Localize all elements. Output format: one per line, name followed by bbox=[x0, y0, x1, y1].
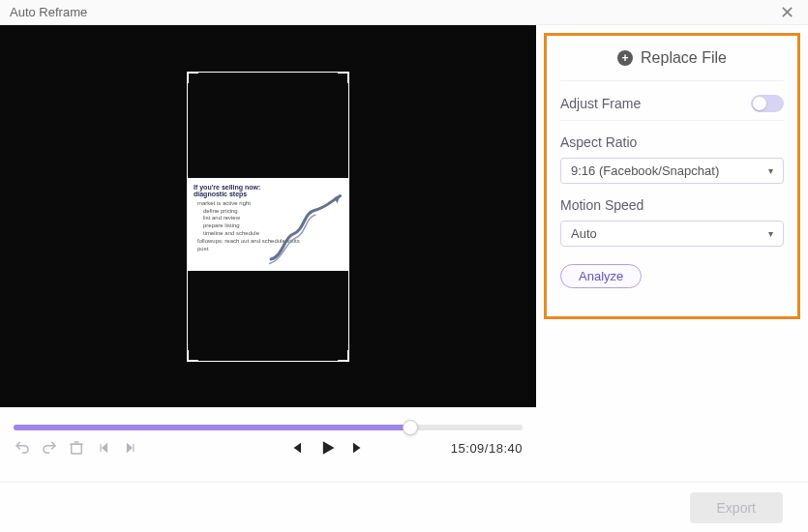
crop-handle-tl[interactable] bbox=[187, 72, 198, 83]
analyze-button[interactable]: Analyze bbox=[560, 264, 642, 288]
skip-back-icon[interactable] bbox=[286, 439, 304, 457]
crop-frame[interactable]: If you're selling now: diagnostic steps … bbox=[187, 72, 349, 362]
video-frame-content: If you're selling now: diagnostic steps … bbox=[188, 178, 348, 271]
undo-icon[interactable] bbox=[14, 439, 31, 457]
chevron-down-icon: ▾ bbox=[768, 228, 773, 239]
adjust-frame-toggle[interactable] bbox=[751, 95, 784, 112]
aspect-ratio-value: 9:16 (Facebook/Snapchat) bbox=[571, 163, 719, 178]
controls-row: 15:09/18:40 bbox=[0, 434, 536, 465]
crop-handle-bl[interactable] bbox=[187, 350, 198, 362]
slide-title-1: If you're selling now: bbox=[194, 184, 260, 191]
skip-forward-icon[interactable] bbox=[350, 439, 368, 457]
timeline-track[interactable] bbox=[14, 425, 523, 430]
timeline-thumb[interactable] bbox=[403, 420, 418, 435]
next-frame-icon[interactable] bbox=[122, 439, 139, 457]
motion-speed-select[interactable]: Auto ▾ bbox=[560, 221, 784, 247]
aspect-ratio-label: Aspect Ratio bbox=[560, 134, 784, 150]
crop-handle-tr[interactable] bbox=[338, 72, 349, 83]
edit-tools bbox=[14, 439, 139, 457]
analyze-label: Analyze bbox=[579, 269, 623, 283]
timeline-progress bbox=[14, 425, 410, 430]
play-icon[interactable] bbox=[317, 438, 337, 458]
playback-controls bbox=[286, 438, 368, 458]
adjust-frame-label: Adjust Frame bbox=[560, 96, 641, 111]
left-pane: If you're selling now: diagnostic steps … bbox=[0, 25, 536, 482]
content-area: If you're selling now: diagnostic steps … bbox=[0, 25, 808, 482]
delete-icon[interactable] bbox=[68, 439, 85, 457]
slide-title-2: diagnostic steps bbox=[194, 191, 247, 197]
svg-rect-1 bbox=[72, 444, 82, 454]
timecode: 15:09/18:40 bbox=[451, 441, 523, 456]
video-preview[interactable]: If you're selling now: diagnostic steps … bbox=[0, 25, 536, 407]
settings-panel: + Replace File Adjust Frame Aspect Ratio… bbox=[544, 33, 800, 319]
redo-icon[interactable] bbox=[41, 439, 58, 457]
motion-speed-label: Motion Speed bbox=[560, 197, 784, 213]
timeline[interactable] bbox=[0, 407, 536, 434]
export-button[interactable]: Export bbox=[690, 492, 783, 523]
plus-circle-icon: + bbox=[617, 50, 633, 66]
replace-file-button[interactable]: + Replace File bbox=[560, 40, 784, 81]
window-title: Auto Reframe bbox=[10, 5, 87, 19]
chevron-down-icon: ▾ bbox=[768, 165, 773, 176]
footer: Export bbox=[0, 482, 808, 532]
right-pane: + Replace File Adjust Frame Aspect Ratio… bbox=[536, 25, 808, 482]
export-label: Export bbox=[717, 500, 756, 516]
close-icon[interactable]: ✕ bbox=[776, 2, 798, 23]
adjust-frame-row: Adjust Frame bbox=[560, 81, 784, 121]
replace-file-label: Replace File bbox=[641, 49, 727, 67]
motion-speed-value: Auto bbox=[571, 226, 597, 241]
titlebar: Auto Reframe ✕ bbox=[0, 0, 808, 25]
slide-chart-graphic bbox=[265, 192, 344, 265]
crop-handle-br[interactable] bbox=[338, 350, 349, 362]
toggle-knob bbox=[753, 97, 766, 110]
prev-frame-icon[interactable] bbox=[95, 439, 112, 457]
aspect-ratio-select[interactable]: 9:16 (Facebook/Snapchat) ▾ bbox=[560, 158, 784, 184]
